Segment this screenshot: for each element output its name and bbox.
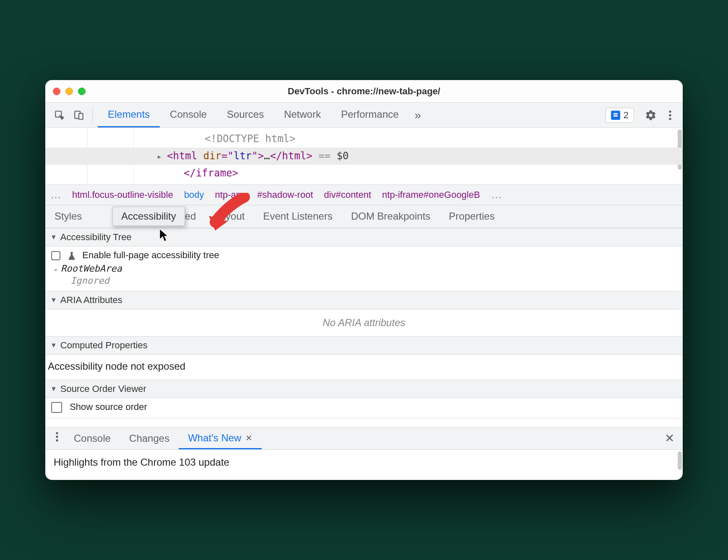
show-source-order-label: Show source order: [70, 402, 147, 412]
section-accessibility-tree[interactable]: ▼ Accessibility Tree: [45, 228, 683, 246]
a11y-tree-root[interactable]: ⌄ RootWebArea: [51, 263, 677, 274]
dom-breadcrumb[interactable]: … html.focus-outline-visible body body n…: [45, 184, 683, 205]
section-title: Computed Properties: [60, 340, 148, 351]
show-source-order-row[interactable]: Show source order: [51, 402, 677, 413]
enable-fullpage-a11y-row[interactable]: Enable full-page accessibility tree: [51, 250, 677, 261]
chevron-down-icon: ⌄: [53, 264, 58, 272]
svg-point-5: [669, 118, 671, 120]
issues-count: 2: [624, 110, 629, 121]
close-drawer-icon[interactable]: ✕: [656, 431, 683, 445]
svg-point-3: [669, 110, 671, 112]
breadcrumb-item[interactable]: ntp-iframe#oneGoogleB: [382, 189, 480, 200]
dom-selected-node[interactable]: <html dir="ltr">…</html> == $0: [45, 148, 683, 165]
tab-network[interactable]: Network: [274, 103, 331, 127]
tab-elements[interactable]: Elements: [98, 103, 160, 127]
breadcrumb-overflow-left[interactable]: …: [50, 188, 61, 201]
close-tab-icon[interactable]: ✕: [245, 433, 252, 443]
chevron-down-icon: ▼: [50, 233, 57, 241]
scrollbar[interactable]: [678, 451, 682, 470]
a11y-tree-ignored[interactable]: Ignored: [51, 275, 677, 286]
enable-fullpage-label: Enable full-page accessibility tree: [82, 250, 219, 260]
traffic-lights: [53, 88, 86, 95]
computed-not-exposed: Accessibility node not exposed: [45, 355, 683, 380]
dom-iframe-close: </iframe>: [184, 167, 238, 179]
breadcrumb-item[interactable]: html.focus-outline-visible: [72, 189, 173, 200]
main-toolbar: Elements Console Sources Network Perform…: [45, 103, 683, 128]
breadcrumb-item[interactable]: div#content: [324, 189, 372, 200]
svg-point-8: [56, 439, 58, 441]
dom-code: <!DOCTYPE html> <html dir="ltr">…</html>…: [45, 128, 683, 184]
accessibility-tree-body: Enable full-page accessibility tree ⌄ Ro…: [45, 246, 683, 291]
whatsnew-headline: Highlights from the Chrome 103 update: [54, 456, 229, 468]
breadcrumb-item[interactable]: ntp-app: [215, 189, 247, 200]
issues-icon: [611, 111, 620, 120]
section-title: ARIA Attributes: [60, 295, 122, 306]
tab-event-listeners[interactable]: Event Listeners: [254, 205, 341, 228]
settings-icon[interactable]: [642, 107, 659, 124]
drawer-kebab-icon[interactable]: [49, 431, 65, 445]
breadcrumb-item[interactable]: body: [184, 189, 204, 200]
elements-side-tabs: Styles mputed Layout Event Listeners DOM…: [45, 205, 683, 228]
source-order-body: Show source order: [45, 398, 683, 418]
svg-rect-2: [79, 113, 83, 119]
section-title: Source Order Viewer: [60, 384, 146, 394]
kebab-menu-icon[interactable]: [662, 107, 679, 124]
inspect-element-icon[interactable]: [51, 107, 68, 124]
section-title: Accessibility Tree: [60, 232, 132, 243]
drawer-body: Highlights from the Chrome 103 update: [45, 450, 683, 480]
tab-performance[interactable]: Performance: [331, 103, 408, 127]
tab-layout[interactable]: Layout: [205, 205, 254, 228]
svg-point-6: [56, 432, 58, 434]
minimize-window-button[interactable]: [65, 88, 73, 95]
svg-point-4: [669, 114, 671, 116]
breadcrumb-overflow-right[interactable]: …: [491, 188, 502, 201]
chevron-down-icon: ▼: [50, 342, 57, 349]
zoom-window-button[interactable]: [78, 88, 86, 95]
section-computed-properties[interactable]: ▼ Computed Properties: [45, 336, 683, 355]
chevron-down-icon: ▼: [50, 296, 57, 304]
tab-accessibility-dragging[interactable]: Accessibility: [112, 207, 185, 226]
close-window-button[interactable]: [53, 88, 60, 95]
breadcrumb-item[interactable]: #shadow-root: [257, 189, 313, 200]
aria-empty-message: No ARIA attributes: [45, 309, 683, 336]
experiment-flask-icon: [68, 251, 75, 260]
main-tabs: Elements Console Sources Network Perform…: [98, 103, 427, 127]
dom-doctype: <!DOCTYPE html>: [205, 133, 296, 145]
drawer-tab-console[interactable]: Console: [65, 428, 120, 449]
section-source-order[interactable]: ▼ Source Order Viewer: [45, 380, 683, 398]
more-tabs-icon[interactable]: »: [409, 103, 427, 127]
drawer-tab-whatsnew[interactable]: What's New ✕: [179, 428, 262, 449]
section-aria-attributes[interactable]: ▼ ARIA Attributes: [45, 291, 683, 309]
tab-dom-breakpoints[interactable]: DOM Breakpoints: [342, 205, 439, 228]
tab-console[interactable]: Console: [160, 103, 217, 127]
tab-properties[interactable]: Properties: [439, 205, 504, 228]
drawer-tabs: Console Changes What's New ✕ ✕: [45, 427, 683, 450]
tab-sources[interactable]: Sources: [217, 103, 274, 127]
device-toolbar-icon[interactable]: [70, 107, 87, 124]
devtools-window: DevTools - chrome://new-tab-page/ Elemen…: [45, 80, 683, 480]
drawer-tab-changes[interactable]: Changes: [120, 428, 179, 449]
tab-styles[interactable]: Styles: [45, 205, 91, 228]
checkbox-icon[interactable]: [51, 402, 62, 413]
svg-point-7: [56, 436, 58, 438]
separator: [92, 108, 93, 123]
window-title: DevTools - chrome://new-tab-page/: [45, 86, 683, 97]
cursor-icon: [159, 228, 169, 242]
chevron-down-icon: ▼: [50, 385, 57, 393]
issues-button[interactable]: 2: [606, 108, 634, 123]
titlebar: DevTools - chrome://new-tab-page/: [45, 80, 683, 103]
elements-dom-tree[interactable]: ••• <!DOCTYPE html> <html dir="ltr">…</h…: [45, 128, 683, 184]
a11y-root-label: RootWebArea: [61, 263, 122, 274]
checkbox-icon[interactable]: [51, 251, 60, 260]
